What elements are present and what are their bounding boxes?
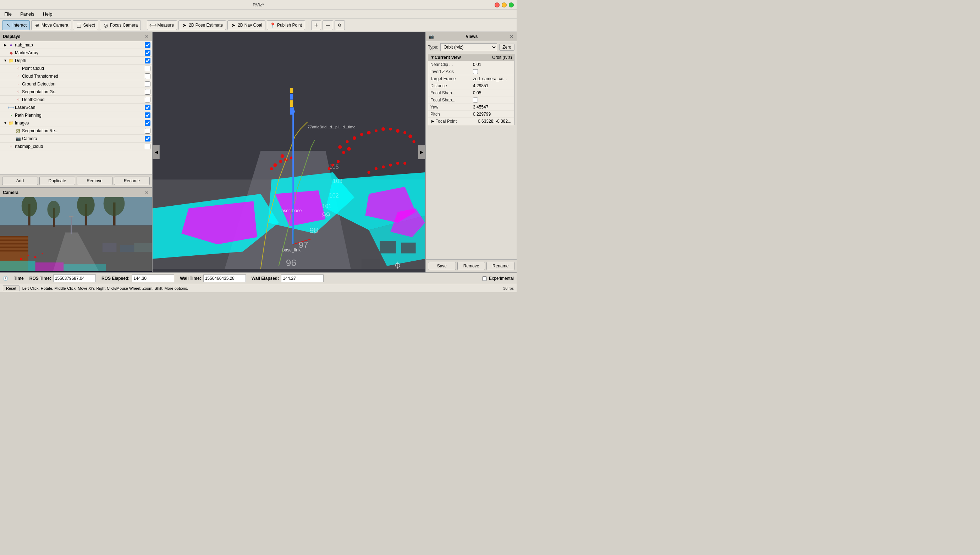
tree-expander-segmentation_gr[interactable] [10, 89, 15, 94]
tree-item-segmentation_re[interactable]: 🖼Segmentation Re... [0, 127, 152, 135]
focus-camera-button[interactable]: ◎ Focus Camera [100, 20, 141, 30]
tree-expander-point_cloud[interactable] [10, 66, 15, 71]
interact-button[interactable]: ↖ Interact [2, 20, 30, 30]
tree-item-rtabmap_cloud[interactable]: ⁘rtabmap_cloud [0, 143, 152, 150]
tree-item-cloud_transformed[interactable]: ⁘Cloud Transformed [0, 72, 152, 80]
cv-expander[interactable]: ▼ [431, 55, 435, 60]
focal-shape1-value[interactable]: 0.05 [473, 90, 512, 95]
target-frame-value[interactable]: zed_camera_ce... [473, 76, 512, 81]
tree-item-depth[interactable]: ▼📁Depth [0, 57, 152, 64]
ros-elapsed-value[interactable]: 144.30 [132, 274, 174, 282]
distance-value[interactable]: 4.29851 [473, 83, 512, 88]
tree-expander-path_planning[interactable] [3, 113, 8, 118]
tree-expander-camera[interactable] [10, 136, 15, 141]
tree-expander-segmentation_re[interactable] [10, 128, 15, 133]
tree-check-rtab_map[interactable] [145, 42, 151, 48]
yaw-value[interactable]: 3.45547 [473, 104, 512, 109]
tree-label-segmentation_gr: Segmentation Gr... [22, 89, 145, 94]
rename-button[interactable]: Rename [114, 176, 150, 185]
focal-point-value: 0.63328; -0.382... [478, 119, 512, 124]
add-button[interactable]: Add [2, 176, 38, 185]
tree-check-depth[interactable] [145, 58, 151, 64]
viewport-arrow-right[interactable]: ▶ [418, 145, 425, 159]
tree-check-camera[interactable] [145, 136, 151, 141]
tree-expander-images[interactable]: ▼ [3, 120, 8, 125]
tree-expander-marker_array[interactable] [3, 50, 8, 55]
distance-label: Distance [431, 83, 473, 88]
tree-expander-laser_scan[interactable] [3, 105, 8, 110]
tree-check-depth_cloud[interactable] [145, 97, 151, 103]
views-close[interactable]: ✕ [509, 34, 514, 39]
near-clip-value[interactable]: 0.01 [473, 62, 512, 67]
menu-panels[interactable]: Panels [19, 11, 36, 18]
tree-item-images[interactable]: ▼📁Images [0, 119, 152, 127]
remove-button[interactable]: Remove [77, 176, 112, 185]
nav-goal-button[interactable]: ➤ 2D Nav Goal [227, 20, 265, 30]
select-button[interactable]: ⬚ Select [73, 20, 98, 30]
wall-elapsed-value[interactable]: 144.27 [281, 274, 324, 282]
tree-check-path_planning[interactable] [145, 112, 151, 118]
tree-item-path_planning[interactable]: ~Path Planning [0, 111, 152, 119]
focal-point-expander[interactable]: ▶ [431, 119, 435, 123]
camera-close[interactable]: ✕ [145, 190, 149, 196]
menu-help[interactable]: Help [42, 11, 54, 18]
tree-item-point_cloud[interactable]: ⁘Point Cloud [0, 64, 152, 72]
viewport[interactable]: ◀ ▶ [153, 32, 425, 273]
displays-scroll[interactable]: ▶●rtab_map◆MarkerArray▼📁Depth⁘Point Clou… [0, 41, 152, 174]
tree-expander-ground_detection[interactable] [10, 82, 15, 87]
tree-expander-cloud_transformed[interactable] [10, 74, 15, 79]
tree-check-segmentation_gr[interactable] [145, 89, 151, 95]
pose-estimate-button[interactable]: ➤ 2D Pose Estimate [178, 20, 226, 30]
tree-check-cloud_transformed[interactable] [145, 74, 151, 79]
svg-point-58 [279, 160, 282, 163]
plus-button[interactable]: ✛ [311, 20, 321, 30]
experimental-checkbox[interactable] [482, 276, 487, 281]
focal-shape2-checkbox[interactable] [473, 98, 478, 103]
displays-close[interactable]: ✕ [145, 34, 149, 39]
minimize-button[interactable] [502, 3, 507, 8]
tree-item-depth_cloud[interactable]: ⁘DepthCloud [0, 96, 152, 104]
invert-z-checkbox[interactable] [473, 69, 478, 74]
tree-check-laser_scan[interactable] [145, 104, 151, 110]
camera-view[interactable] [0, 197, 152, 273]
move-camera-button[interactable]: ⊕ Move Camera [31, 20, 71, 30]
tree-label-cloud_transformed: Cloud Transformed [22, 74, 145, 79]
tree-check-point_cloud[interactable] [145, 66, 151, 71]
zero-button[interactable]: Zero [499, 43, 514, 51]
settings-button[interactable]: ⚙ [334, 20, 345, 30]
tree-expander-depth_cloud[interactable] [10, 97, 15, 102]
pitch-value[interactable]: 0.229799 [473, 112, 512, 117]
tree-check-rtabmap_cloud[interactable] [145, 144, 151, 149]
tree-check-ground_detection[interactable] [145, 81, 151, 87]
tree-item-segmentation_gr[interactable]: ⁘Segmentation Gr... [0, 88, 152, 96]
tree-item-camera[interactable]: 📷Camera [0, 135, 152, 143]
close-button[interactable] [495, 3, 500, 8]
svg-rect-25 [69, 216, 74, 217]
tree-item-marker_array[interactable]: ◆MarkerArray [0, 49, 152, 57]
tree-check-marker_array[interactable] [145, 50, 151, 56]
tree-expander-rtab_map[interactable]: ▶ [3, 43, 8, 48]
maximize-button[interactable] [509, 3, 514, 8]
measure-button[interactable]: ⟺ Measure [147, 20, 177, 30]
save-view-button[interactable]: Save [428, 262, 456, 270]
tree-icon-depth: 📁 [8, 58, 14, 64]
publish-point-button[interactable]: 📍 Publish Point [267, 20, 305, 30]
tree-item-laser_scan[interactable]: ⟾LaserScan [0, 104, 152, 111]
tree-item-ground_detection[interactable]: ⁘Ground Detection [0, 80, 152, 88]
menu-file[interactable]: File [3, 11, 13, 18]
ros-time-value[interactable]: 1556379687.04 [53, 274, 96, 282]
wall-time-value[interactable]: 1556466435.28 [203, 274, 246, 282]
type-select[interactable]: Orbit (rviz) [440, 43, 497, 51]
duplicate-button[interactable]: Duplicate [39, 176, 75, 185]
focus-camera-icon: ◎ [103, 22, 109, 28]
remove-view-button[interactable]: Remove [457, 262, 485, 270]
tree-expander-rtabmap_cloud[interactable] [3, 144, 8, 149]
tree-item-rtab_map[interactable]: ▶●rtab_map [0, 41, 152, 49]
tree-check-images[interactable] [145, 120, 151, 126]
tree-expander-depth[interactable]: ▼ [3, 58, 8, 63]
tree-check-segmentation_re[interactable] [145, 128, 151, 134]
minus-button[interactable]: — [323, 20, 333, 30]
reset-button[interactable]: Reset [3, 286, 19, 291]
rename-view-button[interactable]: Rename [487, 262, 514, 270]
viewport-arrow-left[interactable]: ◀ [153, 145, 160, 159]
